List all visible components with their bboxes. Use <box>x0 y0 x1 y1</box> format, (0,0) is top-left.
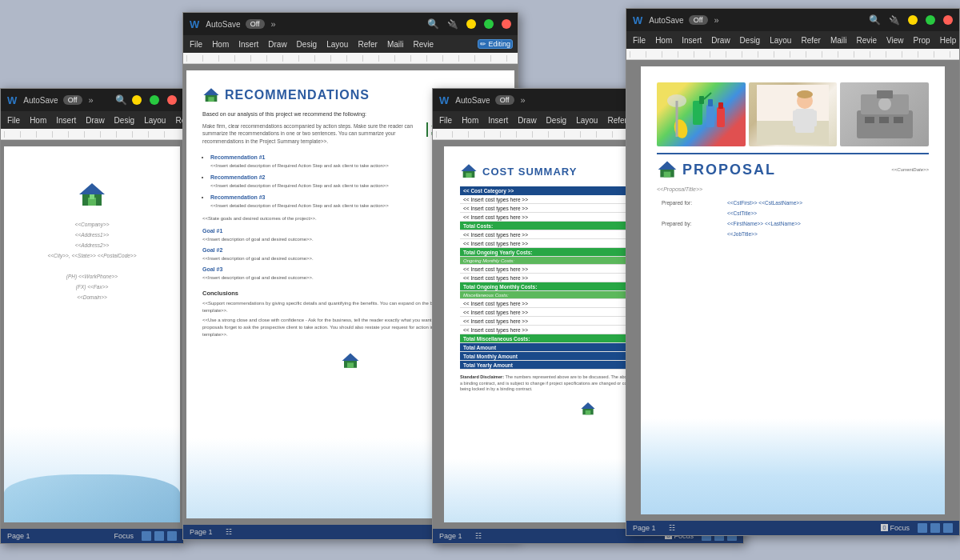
autosave-toggle-1[interactable]: Off <box>63 95 82 105</box>
view-btn-read-1[interactable] <box>142 531 151 541</box>
menu-layout-3[interactable]: Layou <box>574 116 599 125</box>
view-btn-read-4[interactable] <box>918 523 927 533</box>
menu-home-3[interactable]: Hom <box>460 116 480 125</box>
more-options-2[interactable]: » <box>271 19 278 29</box>
search-icon-4[interactable]: 🔍 <box>869 14 881 26</box>
view-btn-print-4[interactable] <box>930 523 940 533</box>
phone-field: (PH) <<WorkPhone>> <box>20 271 164 282</box>
menu-view-4[interactable]: View <box>885 36 906 45</box>
footer-logo-3 <box>460 401 716 418</box>
menu-home-4[interactable]: Hom <box>654 36 674 45</box>
page-label-3: Page 1 <box>439 532 462 540</box>
menu-insert-1[interactable]: Insert <box>54 116 78 125</box>
menu-review-2[interactable]: Revie <box>411 40 435 49</box>
menu-review-4[interactable]: Revie <box>854 36 878 45</box>
prep-for-title-row: <<CstTitle>> <box>658 209 927 218</box>
close-btn-4[interactable] <box>943 15 953 25</box>
minimize-btn-2[interactable] <box>466 19 476 29</box>
window-contact[interactable]: W AutoSave Off » 🔍 File Hom Insert Draw … <box>0 88 184 544</box>
menu-draw-3[interactable]: Draw <box>516 116 538 125</box>
minimize-btn-4[interactable] <box>908 15 918 25</box>
maximize-btn-4[interactable] <box>926 15 935 25</box>
status-bar-4: Page 1 ☷ 🅾 Focus <box>626 521 959 535</box>
minimize-btn-1[interactable] <box>132 95 142 105</box>
menu-help-4[interactable]: Help <box>938 36 958 45</box>
ruler-marks-1 <box>4 131 180 138</box>
word-icon-3: W <box>439 94 449 106</box>
menu-design-1[interactable]: Desig <box>113 116 137 125</box>
rec-section-title: RECOMMENDATIONS <box>225 88 370 102</box>
menu-file-3[interactable]: File <box>438 116 454 125</box>
watermark-bg2-1 <box>4 474 180 522</box>
svg-rect-23 <box>718 102 723 109</box>
menu-design-3[interactable]: Desig <box>545 116 569 125</box>
focus-label-4: 🅾 Focus <box>881 524 910 532</box>
menu-insert-4[interactable]: Insert <box>680 36 703 45</box>
view-btn-print-1[interactable] <box>154 531 164 541</box>
focus-label-1: Focus <box>114 532 134 540</box>
menu-mail-2[interactable]: Maili <box>386 40 406 49</box>
goal3-desc: <<Insert description of goal and desired… <box>202 275 314 280</box>
view-btn-web-1[interactable] <box>167 531 177 541</box>
svg-point-35 <box>878 98 891 110</box>
menu-ref-2[interactable]: Refer <box>356 40 378 49</box>
title-bar-4: W AutoSave Off » 🔍 🔌 <box>626 9 959 31</box>
menu-file-2[interactable]: File <box>188 40 204 49</box>
svg-point-16 <box>672 118 690 139</box>
menu-ref-4[interactable]: Refer <box>799 36 822 45</box>
equipment-svg <box>853 86 917 142</box>
maximize-btn-1[interactable] <box>150 95 159 105</box>
menu-design-4[interactable]: Desig <box>738 36 762 45</box>
close-btn-1[interactable] <box>167 95 177 105</box>
autosave-toggle-2[interactable]: Off <box>246 19 265 29</box>
autosave-toggle-4[interactable]: Off <box>689 15 708 25</box>
close-btn-2[interactable] <box>502 19 511 29</box>
more-options-1[interactable]: » <box>89 95 95 105</box>
svg-rect-6 <box>208 97 214 102</box>
win-controls-4 <box>908 15 953 25</box>
more-options-4[interactable]: » <box>714 15 721 25</box>
title-bar-1: W AutoSave Off » 🔍 <box>1 89 183 111</box>
menu-bar-4: File Hom Insert Draw Desig Layou Refer M… <box>626 31 959 49</box>
menu-layout-4[interactable]: Layou <box>768 36 793 45</box>
menu-insert-2[interactable]: Insert <box>237 40 260 49</box>
menu-draw-2[interactable]: Draw <box>266 40 288 49</box>
menu-layout-2[interactable]: Layou <box>325 40 350 49</box>
menu-draw-4[interactable]: Draw <box>710 36 731 45</box>
menu-draw-1[interactable]: Draw <box>84 116 106 125</box>
contact-info-block: <<Company>> <<Address1>> <<Address2>> <<… <box>20 219 164 302</box>
menu-file-4[interactable]: File <box>631 36 647 45</box>
menu-layout-1[interactable]: Layou <box>142 116 167 125</box>
menu-file-1[interactable]: File <box>6 116 22 125</box>
house-logo-4 <box>657 159 678 180</box>
window-proposal[interactable]: W AutoSave Off » 🔍 🔌 File Hom Insert Dra… <box>626 8 960 536</box>
autosave-toggle-3[interactable]: Off <box>495 95 514 105</box>
addon-icon-2: 🔌 <box>447 19 458 30</box>
maximize-btn-2[interactable] <box>484 19 494 29</box>
editing-badge-2: ✏ Editing <box>478 39 513 49</box>
proposal-title-placeholder: <<ProposalTitle>> <box>657 186 929 192</box>
autosave-label-3: AutoSave <box>455 96 490 105</box>
svg-rect-33 <box>857 110 913 138</box>
menu-prop-4[interactable]: Prop <box>912 36 932 45</box>
svg-rect-37 <box>865 117 874 123</box>
menu-design-2[interactable]: Desig <box>295 40 319 49</box>
status-bar-1: Page 1 Focus <box>1 529 183 543</box>
rec1-desc: <<Insert detailed description of Require… <box>210 163 389 168</box>
doc-page-4: PROPOSAL <<CurrentDate>> <<ProposalTitle… <box>641 66 945 514</box>
menu-home-1[interactable]: Hom <box>28 116 48 125</box>
ruler-2 <box>183 53 518 64</box>
svg-point-32 <box>797 90 813 98</box>
search-icon-1[interactable]: 🔍 <box>115 94 127 106</box>
menu-insert-3[interactable]: Insert <box>486 116 510 125</box>
house-logo-icon <box>76 178 108 210</box>
svg-rect-3 <box>90 194 94 199</box>
search-icon-2[interactable]: 🔍 <box>427 18 439 30</box>
menu-mail-4[interactable]: Maili <box>829 36 849 45</box>
view-btn-web-4[interactable] <box>943 523 953 533</box>
menu-home-2[interactable]: Hom <box>210 40 230 49</box>
svg-marker-5 <box>203 88 218 95</box>
rec3-desc: <<Insert detailed description of Require… <box>210 203 389 208</box>
more-options-3[interactable]: » <box>521 95 527 105</box>
svg-rect-39 <box>894 117 903 123</box>
